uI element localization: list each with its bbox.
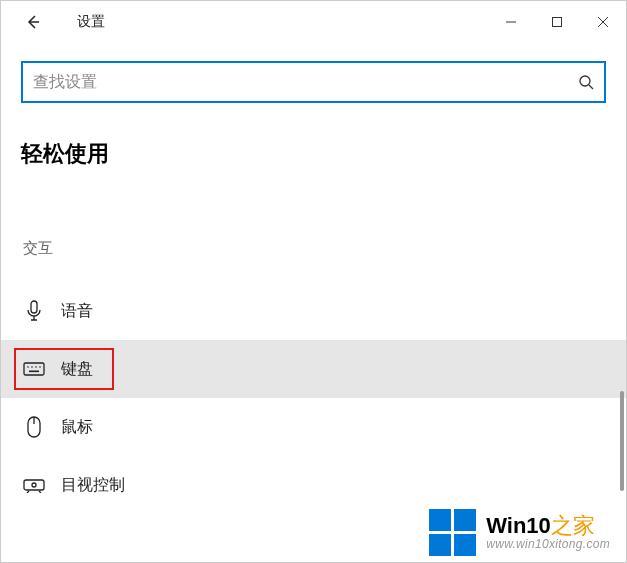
list-item-speech[interactable]: 语音 [1, 282, 626, 340]
list-item-label: 语音 [61, 301, 93, 322]
svg-point-7 [39, 366, 41, 368]
list-item-label: 目视控制 [61, 475, 125, 496]
list-item-keyboard[interactable]: 键盘 [1, 340, 626, 398]
content-area: 轻松使用 交互 语音 键盘 鼠标 目视控制 [1, 43, 626, 514]
list-item-label: 鼠标 [61, 417, 93, 438]
svg-point-11 [32, 483, 36, 487]
microphone-icon [23, 300, 45, 322]
search-box[interactable] [21, 61, 606, 103]
svg-rect-0 [553, 18, 562, 27]
settings-list: 语音 键盘 鼠标 目视控制 [1, 282, 626, 514]
section-label: 交互 [21, 239, 606, 258]
list-item-label: 键盘 [61, 359, 93, 380]
close-button[interactable] [580, 4, 626, 40]
svg-point-4 [27, 366, 29, 368]
maximize-icon [551, 16, 563, 28]
page-title: 轻松使用 [21, 139, 606, 169]
svg-rect-10 [24, 480, 44, 490]
list-item-mouse[interactable]: 鼠标 [1, 398, 626, 456]
svg-rect-3 [24, 363, 44, 375]
svg-point-6 [35, 366, 37, 368]
svg-rect-2 [31, 301, 37, 313]
minimize-button[interactable] [488, 4, 534, 40]
back-button[interactable] [17, 6, 49, 38]
maximize-button[interactable] [534, 4, 580, 40]
svg-rect-8 [29, 371, 39, 373]
titlebar: 设置 [1, 1, 626, 43]
minimize-icon [505, 16, 517, 28]
window-title: 设置 [77, 13, 105, 31]
search-input[interactable] [33, 73, 578, 91]
close-icon [597, 16, 609, 28]
watermark-text: Win10之家 www.win10xitong.com [486, 514, 610, 551]
svg-point-5 [31, 366, 33, 368]
keyboard-icon [23, 361, 45, 377]
mouse-icon [23, 416, 45, 438]
svg-point-1 [580, 76, 590, 86]
windows-logo-icon [429, 509, 476, 556]
arrow-left-icon [25, 14, 41, 30]
list-item-eye-control[interactable]: 目视控制 [1, 456, 626, 514]
watermark: Win10之家 www.win10xitong.com [429, 509, 610, 556]
scrollbar[interactable] [620, 391, 624, 491]
search-icon[interactable] [578, 74, 594, 90]
window-controls [488, 4, 626, 40]
eye-control-icon [23, 477, 45, 493]
